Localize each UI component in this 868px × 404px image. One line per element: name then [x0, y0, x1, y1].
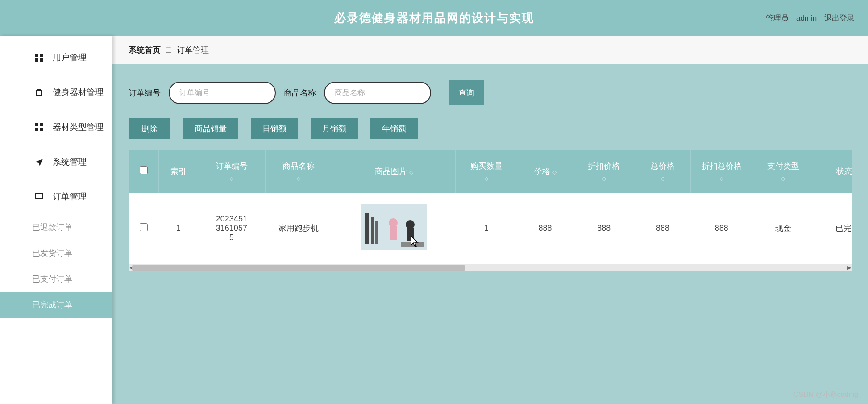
svg-rect-2 [35, 58, 38, 62]
search-button[interactable]: 查询 [449, 80, 484, 105]
row-checkbox[interactable] [140, 223, 148, 231]
svg-point-15 [406, 220, 415, 229]
table-container: 索引 订单编号◇ 商品名称◇ 商品图片 ◇ 购买数量◇ 价格 ◇ 折扣价格◇ 总… [129, 150, 852, 271]
sidebar-submenu: 已退款订单 已发货订单 已支付订单 已完成订单 [0, 214, 112, 318]
submenu-shipped[interactable]: 已发货订单 [0, 240, 112, 266]
cell-total: 888 [635, 193, 690, 263]
svg-point-13 [389, 218, 398, 227]
user-role-label: 管理员 [766, 14, 789, 22]
sort-icon: ◇ [640, 175, 685, 183]
th-checkbox [129, 150, 159, 193]
app-header: 必录德健身器材用品网的设计与实现 管理员 admin 退出登录 [0, 0, 868, 36]
scroll-right-icon[interactable]: ▶ [846, 264, 852, 271]
th-payment-type[interactable]: 支付类型◇ [752, 150, 814, 193]
sort-icon: ◇ [461, 175, 511, 183]
svg-rect-5 [40, 123, 43, 126]
svg-rect-17 [401, 242, 424, 247]
product-name-input[interactable] [324, 82, 431, 104]
sidebar-item-orders[interactable]: 订单管理 [0, 179, 112, 214]
table-row: 1 2023451 3161057 5 家用跑步机 [129, 193, 852, 263]
order-id-input[interactable] [169, 82, 276, 104]
submenu-label: 已完成订单 [32, 300, 72, 310]
yearly-sales-button[interactable]: 年销额 [370, 118, 418, 139]
order-id-label: 订单编号 [129, 87, 161, 98]
action-row: 删除 商品销量 日销额 月销额 年销额 [129, 118, 852, 139]
sidebar-item-label: 健身器材管理 [53, 87, 104, 98]
submenu-label: 已支付订单 [32, 274, 72, 284]
cell-order-no: 2023451 3161057 5 [198, 193, 266, 263]
product-name-label: 商品名称 [284, 87, 316, 98]
submenu-paid[interactable]: 已支付订单 [0, 266, 112, 292]
th-product-image[interactable]: 商品图片 ◇ [332, 150, 456, 193]
horizontal-scrollbar[interactable]: ◀ ▶ [129, 264, 852, 271]
sort-icon: ◇ [409, 169, 413, 175]
breadcrumb-home[interactable]: 系统首页 [129, 45, 161, 55]
sort-icon: ◇ [204, 175, 260, 183]
cell-index: 1 [159, 193, 198, 263]
product-sales-button[interactable]: 商品销量 [183, 118, 238, 139]
submenu-label: 已发货订单 [32, 248, 72, 258]
plane-icon [35, 158, 45, 166]
svg-rect-11 [371, 217, 374, 244]
scroll-thumb[interactable] [132, 265, 465, 271]
th-total[interactable]: 总价格◇ [635, 150, 690, 193]
svg-rect-14 [390, 226, 397, 240]
svg-rect-6 [35, 128, 38, 131]
grid-icon [35, 54, 45, 62]
svg-rect-3 [40, 58, 43, 62]
svg-rect-4 [35, 123, 38, 126]
th-order-no[interactable]: 订单编号◇ [198, 150, 266, 193]
app-title: 必录德健身器材用品网的设计与实现 [334, 10, 534, 26]
th-quantity[interactable]: 购买数量◇ [456, 150, 517, 193]
orders-table: 索引 订单编号◇ 商品名称◇ 商品图片 ◇ 购买数量◇ 价格 ◇ 折扣价格◇ 总… [129, 150, 852, 263]
sort-icon: ◇ [271, 175, 327, 183]
sidebar-item-equipment[interactable]: 健身器材管理 [0, 75, 112, 110]
watermark-text: CSDN @小蔡coding [793, 390, 858, 400]
monthly-sales-button[interactable]: 月销额 [311, 118, 358, 139]
select-all-checkbox[interactable] [140, 166, 148, 174]
delete-button[interactable]: 删除 [129, 118, 170, 139]
cell-discount-price: 888 [573, 193, 635, 263]
grid-icon [35, 123, 45, 131]
svg-rect-8 [35, 194, 42, 199]
sidebar-item-label: 用户管理 [53, 52, 87, 63]
sort-icon: ◇ [696, 175, 747, 183]
th-status[interactable]: 状态 ◇ [814, 150, 852, 193]
svg-rect-10 [365, 213, 369, 244]
submenu-label: 已退款订单 [32, 222, 72, 233]
sidebar-item-system[interactable]: 系统管理 [0, 145, 112, 179]
breadcrumb-separator: Ξ [166, 46, 171, 55]
th-price[interactable]: 价格 ◇ [517, 150, 573, 193]
cell-quantity: 1 [456, 193, 517, 263]
search-row: 订单编号 商品名称 查询 [129, 80, 852, 105]
th-product-name[interactable]: 商品名称◇ [265, 150, 332, 193]
svg-rect-1 [40, 54, 43, 57]
cell-status: 已完成 [814, 193, 852, 263]
daily-sales-button[interactable]: 日销额 [251, 118, 298, 139]
th-index[interactable]: 索引 [159, 150, 198, 193]
cell-product-image [332, 193, 456, 263]
th-discount-price[interactable]: 折扣价格◇ [573, 150, 635, 193]
submenu-refunded[interactable]: 已退款订单 [0, 214, 112, 240]
sidebar-item-truncated[interactable] [0, 36, 112, 40]
header-user-area: 管理员 admin 退出登录 [760, 13, 855, 23]
sidebar-item-equipment-type[interactable]: 器材类型管理 [0, 110, 112, 145]
th-discount-total[interactable]: 折扣总价格◇ [691, 150, 752, 193]
svg-rect-7 [40, 128, 43, 131]
username-label[interactable]: admin [796, 14, 817, 22]
cell-product-name: 家用跑步机 [265, 193, 332, 263]
svg-rect-12 [375, 221, 378, 244]
sort-icon: ◇ [579, 175, 629, 183]
product-thumbnail[interactable] [361, 204, 427, 250]
cell-price: 888 [517, 193, 573, 263]
sidebar: 用户管理 健身器材管理 器材类型管理 系统管理 [0, 36, 112, 404]
breadcrumb: 系统首页 Ξ 订单管理 [112, 36, 868, 64]
monitor-icon [35, 193, 45, 201]
svg-rect-0 [35, 54, 38, 57]
sidebar-item-users[interactable]: 用户管理 [0, 40, 112, 75]
main-content: 系统首页 Ξ 订单管理 订单编号 商品名称 查询 删除 商品销量 日销额 月销额 [112, 36, 868, 404]
logout-link[interactable]: 退出登录 [824, 14, 855, 22]
sidebar-item-label: 系统管理 [53, 156, 87, 168]
svg-rect-16 [407, 228, 414, 241]
submenu-completed[interactable]: 已完成订单 [0, 292, 112, 318]
